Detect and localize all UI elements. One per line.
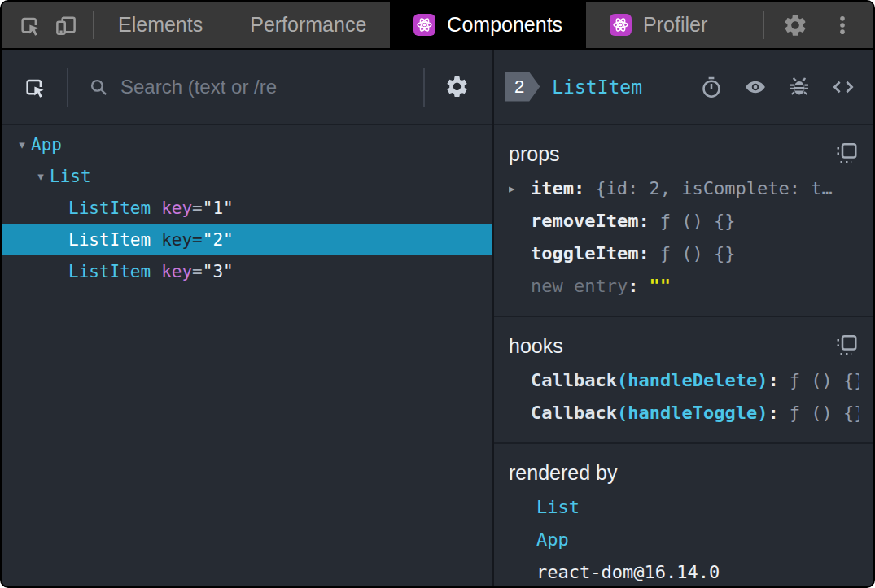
devtools-topbar: Elements Performance Components (2, 2, 873, 50)
hooks-section: hooks Callback(handleDelete):ƒ () {} (494, 317, 873, 444)
inspected-element-panel: 2 ListItem (494, 50, 873, 586)
rendered-by-title: rendered by (509, 461, 617, 485)
prop-value: ƒ () {} (660, 237, 736, 270)
expand-arrow-icon[interactable]: ▾ (32, 169, 50, 184)
key-attr-value: "2" (203, 230, 234, 250)
components-panel: ▾ App ▾ List ListItem key="1" ListItem k… (2, 50, 873, 586)
tree-row-list[interactable]: ▾ List (2, 160, 492, 192)
suspend-stopwatch-icon[interactable] (699, 75, 724, 99)
copy-hooks-icon[interactable] (834, 333, 859, 358)
component-name: List (50, 167, 91, 186)
selected-component-name: ListItem (552, 76, 642, 98)
component-name: ListItem (68, 198, 151, 218)
owner-link-app[interactable]: App (509, 524, 859, 556)
react-logo-icon (413, 14, 435, 36)
hook-name: (handleToggle) (617, 397, 768, 429)
more-options-icon[interactable] (826, 2, 873, 48)
tree-row-app[interactable]: ▾ App (2, 128, 492, 160)
hook-value: ƒ () {} (790, 364, 859, 397)
prop-row-item[interactable]: ▸item:{id: 2, isComplete: t… (509, 172, 859, 205)
react-logo-icon (610, 14, 632, 36)
tree-row-listitem-3[interactable]: ListItem key="3" (2, 255, 492, 287)
view-source-code-icon[interactable] (831, 75, 855, 99)
prop-row-toggleitem[interactable]: toggleItem:ƒ () {} (509, 237, 859, 270)
hook-name: (handleDelete) (617, 364, 768, 397)
equals-sign: = (192, 198, 203, 218)
inspect-dom-eye-icon[interactable] (743, 75, 768, 99)
component-name: ListItem (68, 262, 151, 281)
equals-sign: = (192, 230, 203, 250)
component-tree: ▾ App ▾ List ListItem key="1" ListItem k… (2, 125, 492, 586)
collapsed-arrow-icon[interactable]: ▸ (509, 172, 531, 205)
key-attr-value: "1" (203, 198, 234, 218)
prop-name: toggleItem (531, 237, 638, 270)
copy-props-icon[interactable] (834, 142, 859, 166)
key-attr-name: key (161, 262, 192, 281)
rendered-by-section: rendered by List App react-dom@16.14.0 (494, 444, 873, 588)
prop-row-removeitem[interactable]: removeItem:ƒ () {} (509, 205, 859, 237)
component-name: App (31, 135, 62, 155)
topbar-spacer (731, 2, 763, 48)
toolbar-divider (67, 68, 68, 107)
prop-name: item (531, 172, 574, 205)
devtools-window: Elements Performance Components (0, 0, 875, 588)
prop-name: removeItem (531, 205, 638, 237)
renderer-version: react-dom@16.14.0 (509, 556, 859, 588)
toolbar-divider (423, 68, 425, 107)
settings-gear-icon[interactable] (764, 2, 826, 48)
equals-sign: = (192, 262, 203, 281)
inspect-element-icon[interactable] (2, 2, 54, 48)
inspected-element-header: 2 ListItem (494, 50, 873, 125)
tab-elements[interactable]: Elements (94, 2, 226, 48)
tab-label: Performance (250, 13, 366, 37)
hooks-section-title: hooks (509, 334, 563, 358)
prop-value: {id: 2, isComplete: t… (595, 172, 832, 205)
key-attr-name: key (161, 230, 192, 250)
hook-type: Callback (531, 364, 617, 397)
search-input[interactable] (120, 76, 404, 98)
owner-link-list[interactable]: List (509, 491, 859, 524)
tree-panel: ▾ App ▾ List ListItem key="1" ListItem k… (2, 50, 494, 586)
tab-label: Profiler (643, 13, 707, 37)
tree-settings-gear-icon[interactable] (444, 74, 470, 99)
hook-value: ƒ () {} (790, 397, 859, 429)
tab-label: Elements (118, 13, 203, 37)
props-section-title: props (509, 142, 560, 166)
hook-row-handledelete[interactable]: Callback(handleDelete):ƒ () {} (509, 364, 859, 397)
device-toolbar-icon[interactable] (54, 2, 93, 48)
tab-performance[interactable]: Performance (226, 2, 390, 48)
new-entry-label[interactable]: new entry (531, 270, 628, 303)
prop-row-new-entry[interactable]: new entry:"" (509, 270, 859, 303)
expand-arrow-icon[interactable]: ▾ (13, 137, 31, 152)
tab-components[interactable]: Components (390, 2, 586, 48)
search-icon (88, 76, 109, 98)
hook-type: Callback (531, 397, 617, 429)
hook-row-handletoggle[interactable]: Callback(handleToggle):ƒ () {} (509, 397, 859, 429)
tree-toolbar (2, 50, 492, 125)
new-entry-value[interactable]: "" (649, 270, 671, 303)
prop-value: ƒ () {} (660, 205, 736, 237)
component-name: ListItem (68, 230, 151, 250)
owners-stack-badge: 2 (505, 72, 540, 102)
key-attr-name: key (161, 198, 192, 218)
select-element-icon[interactable] (23, 75, 47, 99)
log-to-console-bug-icon[interactable] (787, 75, 812, 99)
props-section: props ▸item:{id: 2, isComplete: t… (494, 125, 873, 317)
key-attr-value: "3" (203, 262, 234, 281)
tab-label: Components (447, 13, 562, 37)
tab-profiler[interactable]: Profiler (586, 2, 731, 48)
tree-row-listitem-1[interactable]: ListItem key="1" (2, 192, 492, 224)
devtools-tabs: Elements Performance Components (94, 2, 731, 48)
tree-row-listitem-2-selected[interactable]: ListItem key="2" (2, 224, 492, 255)
